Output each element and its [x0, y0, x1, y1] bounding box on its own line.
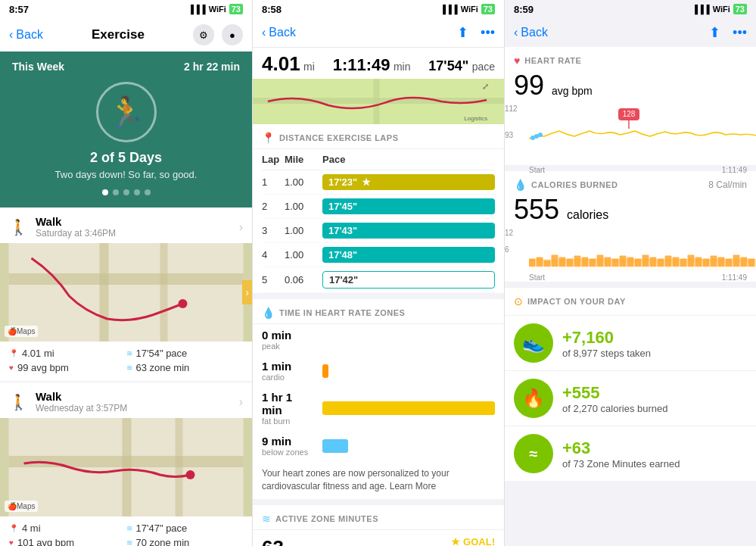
zones-note: Your heart zones are now personalized to…: [253, 461, 504, 499]
zone-label-peak: 0 min peak: [262, 329, 315, 351]
back-button-3[interactable]: ‹ Back: [514, 26, 548, 39]
azm-section-header: ≋ ACTIVE ZONE MINUTES: [253, 505, 504, 530]
hr-axis-end: 1:11:49: [722, 166, 747, 174]
activity-title-group-1: Walk Saturday at 3:46PM: [36, 215, 232, 239]
pin-icon-1: 📍: [9, 349, 18, 357]
map-expand-icon[interactable]: ⤢: [482, 82, 489, 91]
zone-row-cardio: 1 min cardio: [253, 355, 504, 386]
runner-icon: 🏃: [107, 95, 145, 130]
zone-bar-fatburn: [322, 401, 495, 415]
zone-label-fatburn: 1 hr 1 min fat burn: [262, 391, 315, 426]
impact-title: IMPACT ON YOUR DAY: [527, 297, 626, 306]
activity-title-1: Walk: [36, 215, 232, 228]
distance-value: 4.01: [262, 52, 300, 75]
lap-bar-container-4: 17'48": [322, 247, 495, 263]
status-bar-2: 8:58 ▐▐▐ WiFi 73: [253, 0, 504, 18]
lap-mile-1: 1.00: [285, 176, 322, 188]
cal-axis-start: Start: [529, 273, 545, 282]
hr-axis-top: 112: [505, 105, 518, 113]
wifi-icon-1: WiFi: [209, 5, 226, 14]
panel2-content: 📍 DISTANCE EXERCISE LAPS Lap Mile Pace 1…: [253, 124, 504, 546]
laps-section-header: 📍 DISTANCE EXERCISE LAPS: [253, 124, 504, 149]
cal-chart: 12 6 Start 1:11:49: [505, 229, 756, 282]
cal-number: 555 calories: [505, 194, 756, 229]
walk-icon-1: 🚶: [9, 218, 28, 236]
activity-card-1[interactable]: 🚶 Walk Saturday at 3:46PM › 🍎Maps ›: [0, 207, 252, 381]
svg-rect-7: [123, 418, 132, 516]
lap-mile-4: 1.00: [285, 249, 322, 261]
impact-circle-steps: 👟: [514, 323, 553, 363]
lap-bar-5: 17'42": [322, 271, 495, 289]
lap-num-1: 1: [262, 176, 285, 188]
zone-icon-1: ≋: [126, 363, 132, 372]
map-label-1: 🍎Maps: [5, 326, 38, 337]
hr-axis-mid: 93: [505, 131, 513, 139]
zone-bar-cardio: [322, 364, 328, 378]
cal-title-group: 💧 CALORIES BURNED: [514, 179, 618, 191]
azm-number-group: 63 Zone Min: [262, 536, 334, 546]
azm-section-icon: ≋: [262, 513, 271, 525]
status-time-1: 8:57: [9, 4, 29, 15]
activity-title-group-2: Walk Wednesday at 3:57PM: [36, 390, 232, 413]
more-icon-3[interactable]: •••: [733, 25, 747, 41]
chevron-left-icon-2: ‹: [262, 26, 266, 39]
lap-row-4: 4 1.00 17'48": [262, 243, 495, 267]
dot-3: [123, 189, 129, 195]
more-icon-2[interactable]: •••: [481, 25, 495, 41]
dot-1: [102, 189, 108, 195]
status-icons-2: ▐▐▐ WiFi 73: [440, 4, 495, 14]
panel-workout-detail: 8:58 ▐▐▐ WiFi 73 ‹ Back ⬆ ••• 4.01 mi 1:…: [252, 0, 504, 546]
map-arrow-1[interactable]: ›: [242, 280, 252, 304]
lap-bar-3: 17'43": [322, 223, 495, 239]
exercise-header: This Week 2 hr 22 min 🏃 2 of 5 Days Two …: [0, 51, 252, 207]
cal-axis-end: 1:11:49: [722, 273, 747, 282]
zone-time-fatburn: 1 hr 1 min: [262, 391, 315, 417]
lap-bar-2: 17'45": [322, 198, 495, 214]
lap-bar-container-5: 17'42": [322, 271, 495, 289]
share-icon-3[interactable]: ⬆: [709, 24, 720, 41]
star-icon-1: ★: [362, 176, 371, 188]
back-button-2[interactable]: ‹ Back: [262, 26, 296, 39]
this-week-label: This Week: [12, 61, 64, 73]
zone-label-below: 9 min below zones: [262, 435, 315, 457]
battery-icon-3: 73: [733, 4, 747, 14]
zone-bar-wrap-cardio: [322, 364, 495, 378]
cal-section-title: CALORIES BURNED: [531, 180, 618, 189]
lap-num-3: 3: [262, 225, 285, 236]
profile-icon-1[interactable]: ●: [222, 24, 243, 45]
stat-zone-2: ≋ 70 zone min: [126, 537, 244, 546]
activity-stats-1: 📍 4.01 mi ≋ 17'54" pace ♥ 99 avg bpm ≋ 6…: [0, 342, 252, 381]
svg-rect-1: [9, 273, 244, 285]
panel3-content: ♥ HEART RATE 99 avg bpm 112 93: [505, 47, 756, 546]
cal-label: calories: [567, 208, 608, 221]
activity-stats-2: 📍 4 mi ≋ 17'47" pace ♥ 101 avg bpm ≋ 70 …: [0, 516, 252, 546]
svg-point-9: [186, 470, 195, 479]
heart-icon-1: ♥: [9, 363, 14, 372]
settings-icon-1[interactable]: ⚙: [193, 24, 214, 45]
status-icons-3: ▐▐▐ WiFi 73: [692, 4, 747, 14]
pin-icon-2: 📍: [9, 524, 18, 532]
stat-bpm-1: ♥ 99 avg bpm: [9, 362, 126, 373]
impact-number-steps: +7,160: [562, 328, 747, 348]
nav-icons-1: ⚙ ●: [193, 24, 243, 45]
this-week-row: This Week 2 hr 22 min: [12, 61, 240, 73]
svg-point-19: [538, 133, 543, 137]
days-sub: Two days down! So far, so good.: [12, 169, 240, 180]
zone-bar-wrap-below: [322, 439, 495, 453]
zones-section-title: TIME IN HEART RATE ZONES: [279, 308, 405, 317]
zone-time-peak: 0 min: [262, 329, 315, 342]
activity-card-2[interactable]: 🚶 Walk Wednesday at 3:57PM › 🍎Maps: [0, 382, 252, 546]
zone-time-below: 9 min: [262, 435, 315, 448]
panel-heart-rate: 8:59 ▐▐▐ WiFi 73 ‹ Back ⬆ ••• ♥ HEART RA…: [504, 0, 756, 546]
back-button-1[interactable]: ‹ Back: [9, 28, 43, 42]
svg-rect-2: [100, 243, 109, 342]
hr-unit: avg bpm: [552, 85, 593, 97]
chevron-left-icon-1: ‹: [9, 28, 13, 42]
zone-row-below: 9 min below zones: [253, 430, 504, 461]
lap-bar-container-1: 17'23" ★: [322, 174, 495, 190]
impact-of-zone: of 73 Zone Minutes earned: [562, 458, 747, 470]
impact-item-cal: 🔥 +555 of 2,270 calories burned: [505, 370, 756, 426]
wifi-icon-2: WiFi: [461, 5, 478, 14]
share-icon-2[interactable]: ⬆: [457, 24, 468, 41]
time-metric: 1:11:49 min: [333, 55, 411, 75]
